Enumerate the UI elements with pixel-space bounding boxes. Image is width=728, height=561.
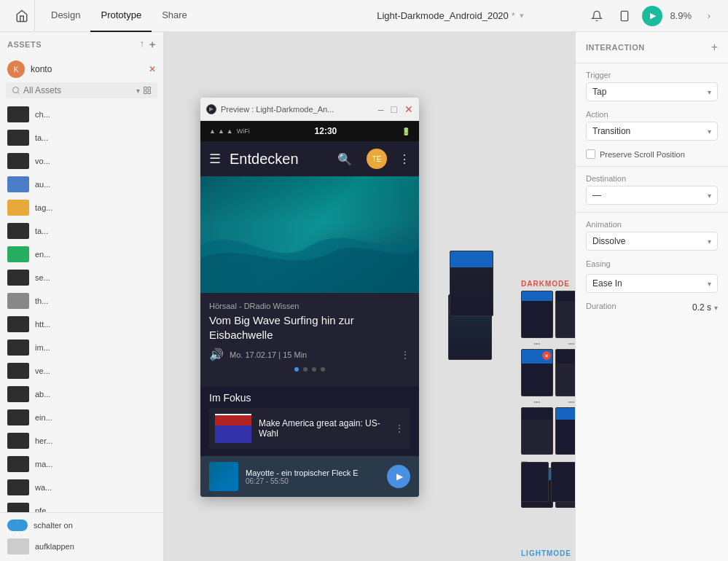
thumb-deletable[interactable]: ✕ xyxy=(555,349,575,396)
list-item[interactable]: ch... xyxy=(0,103,163,126)
list-item[interactable]: au... xyxy=(0,173,163,196)
action-dropdown[interactable]: Transition ▾ xyxy=(586,122,718,141)
list-item[interactable]: htt... xyxy=(0,313,163,336)
sidebar-item-aufklappen[interactable]: aufklappen xyxy=(0,535,163,558)
preview-window: ▶ Preview : Light-Darkmode_An... – □ ✕ ▲… xyxy=(200,98,419,497)
duration-label: Duration xyxy=(586,302,617,310)
item-thumbnail xyxy=(7,223,29,239)
user-avatar: K xyxy=(7,60,25,78)
list-item[interactable]: ab... xyxy=(0,382,163,406)
easing-dropdown[interactable]: Ease In ▾ xyxy=(586,274,718,293)
sidebar-item-schalter[interactable]: schalter on xyxy=(0,516,163,535)
item-thumbnail xyxy=(7,246,29,262)
more-icon: ⋮ xyxy=(399,152,410,166)
destination-section: Destination — ▾ xyxy=(576,170,728,209)
thumb-deletable[interactable]: ✕ xyxy=(521,349,553,396)
trigger-dropdown[interactable]: Tap ▾ xyxy=(586,82,718,101)
search-icon: 🔍 xyxy=(337,152,352,166)
interaction-panel: INTERACTION + Trigger Tap ▾ Action Trans… xyxy=(575,32,728,561)
list-item[interactable]: her... xyxy=(0,429,163,452)
standalone-thumb[interactable] xyxy=(450,251,493,316)
small-thumb-row xyxy=(521,462,575,502)
list-item[interactable]: ta... xyxy=(0,219,163,243)
list-item[interactable]: ve... xyxy=(0,359,163,382)
divider xyxy=(576,212,728,213)
focus-more-icon[interactable]: ⋮ xyxy=(394,423,404,434)
preview-play-button[interactable]: ▶ xyxy=(642,6,662,26)
thumb[interactable] xyxy=(521,291,553,338)
canvas[interactable]: ▶ Preview : Light-Darkmode_An... – □ ✕ ▲… xyxy=(164,32,575,561)
list-item[interactable]: th... xyxy=(0,289,163,313)
list-item[interactable]: en... xyxy=(0,243,163,266)
list-item[interactable]: tag... xyxy=(0,196,163,219)
svg-rect-5 xyxy=(148,87,151,90)
darkmode-label: DARKMODE xyxy=(521,280,575,288)
search-input[interactable] xyxy=(23,85,133,95)
list-item[interactable]: se... xyxy=(0,266,163,289)
app-title: Entdecken xyxy=(230,151,329,168)
preserve-scroll-checkbox[interactable] xyxy=(586,149,595,159)
top-navigation: Design Prototype Share Light-Darkmode_An… xyxy=(0,0,728,32)
status-left: ▲▲▲ WiFi xyxy=(209,128,250,135)
sidebar-add-icon[interactable]: + xyxy=(149,38,156,50)
card-more-icon[interactable]: ⋮ xyxy=(400,349,410,361)
duration-chevron[interactable]: ▾ xyxy=(714,304,718,312)
carousel-dots xyxy=(209,361,410,377)
close-button[interactable]: ✕ xyxy=(404,103,413,115)
tab-share[interactable]: Share xyxy=(152,0,197,32)
thumb[interactable] xyxy=(521,407,553,455)
nav-tabs: Design Prototype Share xyxy=(41,0,314,32)
play-button[interactable]: ▶ xyxy=(387,465,410,488)
destination-chevron: ▾ xyxy=(708,192,711,200)
thumb[interactable] xyxy=(521,462,549,502)
list-item[interactable]: vo... xyxy=(0,149,163,173)
animation-dropdown[interactable]: Dissolve ▾ xyxy=(586,232,718,251)
im-fokus-section: Im Fokus Make America great again: US-Wa… xyxy=(200,386,419,456)
thumb[interactable] xyxy=(555,291,575,338)
svg-point-2 xyxy=(13,87,19,93)
destination-dropdown[interactable]: — ▾ xyxy=(586,186,718,205)
thumb-row-3 xyxy=(521,407,575,455)
item-thumbnail xyxy=(7,409,29,425)
zoom-level: 8.9% xyxy=(670,10,692,21)
panel-add-button[interactable]: + xyxy=(711,41,718,54)
battery-icon: 🔋 xyxy=(402,128,410,136)
search-dropdown-icon[interactable]: ▾ xyxy=(136,87,140,95)
thumb[interactable] xyxy=(551,462,575,502)
zoom-dropdown-button[interactable]: › xyxy=(699,6,719,26)
dot-1 xyxy=(294,367,299,372)
sidebar-bottom-section: schalter on aufklappen xyxy=(0,512,163,561)
thumb-row-1 xyxy=(521,291,575,338)
list-item[interactable]: ma... xyxy=(0,452,163,476)
tab-prototype[interactable]: Prototype xyxy=(90,0,152,32)
list-item[interactable]: wa... xyxy=(0,476,163,499)
assets-header: ASSETS ↑ + xyxy=(0,32,163,56)
item-thumbnail xyxy=(7,270,29,286)
restore-button[interactable]: □ xyxy=(391,103,397,115)
animation-chevron: ▾ xyxy=(708,238,711,246)
list-item[interactable]: ein... xyxy=(0,406,163,429)
list-item[interactable]: im... xyxy=(0,336,163,359)
thumb[interactable] xyxy=(555,407,575,455)
minimize-button[interactable]: – xyxy=(378,103,384,115)
list-item[interactable]: pfe... xyxy=(0,499,163,512)
tab-design[interactable]: Design xyxy=(41,0,90,32)
divider xyxy=(576,166,728,167)
sidebar-export-icon[interactable]: ↑ xyxy=(140,38,145,50)
item-thumbnail xyxy=(7,176,29,192)
focus-item-1[interactable]: Make America great again: US-Wahl ⋮ xyxy=(209,408,410,449)
filename-dropdown-icon[interactable]: ▾ xyxy=(520,11,524,20)
list-item[interactable]: ta... xyxy=(0,126,163,149)
dot-4 xyxy=(321,367,325,372)
focus-text-1: Make America great again: US-Wahl xyxy=(259,418,387,439)
home-button[interactable] xyxy=(9,0,35,32)
easing-section: Ease In ▾ xyxy=(576,270,728,297)
grid-view-icon[interactable] xyxy=(143,86,152,95)
phone-toolbar: ☰ Entdecken 🔍 TE ⋮ xyxy=(200,141,419,176)
playing-info: Mayotte - ein tropischer Fleck E 06:27 -… xyxy=(246,468,380,485)
notification-button[interactable] xyxy=(587,6,607,26)
item-thumbnail xyxy=(7,386,29,402)
remove-user-icon[interactable]: ✕ xyxy=(149,64,156,74)
device-button[interactable] xyxy=(614,6,635,26)
action-section: Action Transition ▾ xyxy=(576,106,728,145)
